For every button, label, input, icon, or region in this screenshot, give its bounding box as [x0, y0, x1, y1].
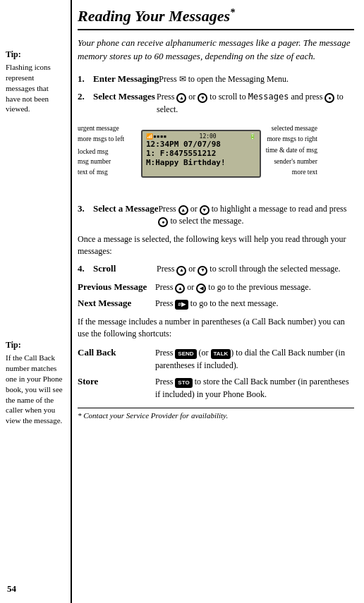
sub-step-previous: Previous Message Press ▲ or ◀ to go to t…: [78, 281, 354, 293]
intro-text: Your phone can receive alphanumeric mess…: [78, 36, 354, 63]
select-icon2: ●: [158, 217, 168, 227]
tip2-text: If the Call Back number matches one in y…: [6, 353, 65, 426]
phone-screen: 📶▪▪▪▪ 12:00 🔋 12:34PM 07/07/98 1: F:8475…: [141, 130, 261, 178]
if-msg-text: If the message includes a number in pare…: [78, 316, 354, 341]
shortcut-store-kw: Store: [78, 376, 155, 401]
shortcut-callback-kw: Call Back: [78, 347, 155, 372]
once-text: Once a message is selected, the followin…: [78, 233, 354, 258]
phone-diagram: 📶▪▪▪▪ 12:00 🔋 12:34PM 07/07/98 1: F:8475…: [78, 121, 317, 199]
screen-status: 📶▪▪▪▪ 12:00 🔋: [146, 133, 256, 140]
label-more-right: more msgs to right: [267, 135, 317, 142]
step-1-num: 1.: [78, 73, 93, 85]
screen-line-2: 1: F:8475551212: [146, 149, 256, 158]
tip1-block: Tip: Flashing icons represent messages t…: [6, 49, 65, 114]
tip2-label: Tip:: [6, 340, 65, 351]
label-text: text of msg: [78, 169, 108, 176]
step-4-keyword: Scroll: [93, 263, 157, 275]
back-icon: ◀: [196, 284, 206, 293]
menu-icon: ✉: [179, 74, 186, 84]
label-sender: sender's number: [274, 158, 317, 165]
shortcut-callback-desc: Press SEND (or TALK) to dial the Call Ba…: [155, 347, 354, 372]
select-icon: ●: [324, 93, 334, 103]
shortcut-store: Store Press STO to store the Call Back n…: [78, 376, 354, 401]
up-icon: ▲: [176, 93, 186, 103]
footnote: * Contact your Service Provider for avai…: [78, 408, 354, 420]
sub-kw-previous: Previous Message: [78, 281, 155, 293]
step-3-desc: Press ▲ or ▼ to highlight a message to r…: [158, 203, 354, 228]
sub-desc-previous: Press ▲ or ◀ to go to the previous messa…: [155, 281, 354, 293]
step-4: 4. Scroll Press ▲ or ▼ to scroll through…: [78, 263, 354, 275]
step-3-num: 3.: [78, 203, 93, 228]
tip1-label: Tip:: [6, 49, 65, 60]
shortcut-callback: Call Back Press SEND (or TALK) to dial t…: [78, 347, 354, 372]
send-icon: SEND: [175, 349, 196, 359]
down-icon2: ▼: [200, 205, 210, 215]
sub-desc-next: Press #▶ to go to the next message.: [155, 298, 354, 310]
step-3-keyword: Select a Message: [93, 203, 158, 228]
label-urgent: urgent message: [78, 125, 119, 132]
label-locked: locked msg: [78, 148, 109, 155]
step-3: 3. Select a Message Press ▲ or ▼ to high…: [78, 203, 354, 228]
tip1-text: Flashing icons represent messages that h…: [6, 62, 65, 114]
step-2-keyword: Select Messages: [93, 91, 157, 116]
step-2: 2. Select Messages Press ▲ or ▼ to scrol…: [78, 91, 354, 116]
hash-icon: #▶: [175, 300, 188, 310]
shortcut-store-desc: Press STO to store the Call Back number …: [155, 376, 354, 401]
step-4-num: 4.: [78, 263, 93, 275]
step-1-keyword: Enter Messaging: [93, 73, 159, 85]
screen-line-1: 12:34PM 07/07/98: [146, 140, 256, 149]
page-number: 54: [7, 583, 16, 595]
step-2-num: 2.: [78, 91, 93, 116]
talk-icon: TALK: [211, 349, 231, 359]
down-icon3: ▼: [198, 266, 207, 276]
label-more-text: more text: [292, 169, 317, 176]
up-icon3: ▲: [176, 266, 186, 276]
sub-kw-next: Next Message: [78, 298, 155, 310]
step-2-desc: Press ▲ or ▼ to scroll to Messages and p…: [157, 91, 354, 116]
up-icon4: ▲: [175, 284, 185, 293]
label-more-left: more msgs to left: [78, 135, 124, 142]
tip2-block: Tip: If the Call Back number matches one…: [6, 340, 65, 426]
step-4-desc: Press ▲ or ▼ to scroll through the selec…: [157, 263, 354, 275]
sub-step-next: Next Message Press #▶ to go to the next …: [78, 298, 354, 310]
label-time-date: time & date of msg: [266, 147, 317, 154]
sto-icon: STO: [175, 378, 192, 388]
left-margin: Tip: Flashing icons represent messages t…: [0, 0, 71, 603]
up-icon2: ▲: [178, 205, 188, 215]
page-title: Reading Your Messages*: [78, 7, 354, 30]
step-1-desc: Press ✉ to open the Messaging Menu.: [159, 73, 354, 85]
label-selected: selected message: [272, 125, 317, 132]
page: Tip: Flashing icons represent messages t…: [0, 0, 364, 603]
down-icon: ▼: [198, 93, 207, 103]
label-msg-num: msg number: [78, 158, 111, 165]
screen-line-3: M:Happy Birthday!: [146, 158, 256, 167]
step-1: 1. Enter Messaging Press ✉ to open the M…: [78, 73, 354, 85]
main-content: Reading Your Messages* Your phone can re…: [71, 0, 364, 603]
